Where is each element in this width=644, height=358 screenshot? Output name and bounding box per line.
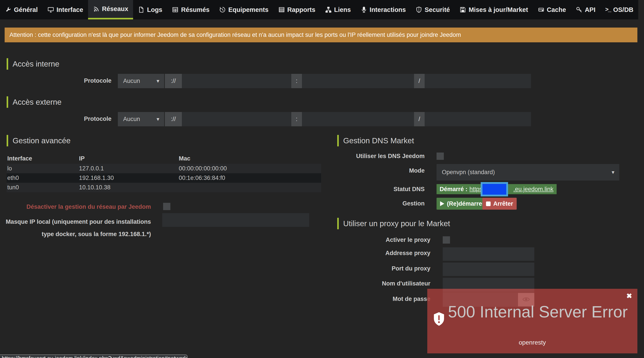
rss-icon: [93, 6, 100, 12]
interne-path-input[interactable]: [425, 74, 531, 88]
close-icon[interactable]: ✖: [626, 292, 632, 300]
drive-icon: [538, 6, 544, 13]
tab-label: Réseaux: [102, 5, 128, 12]
interne-host-input[interactable]: [182, 74, 291, 88]
tab-equipements[interactable]: Equipements: [214, 0, 273, 19]
sitemap-icon: [325, 6, 332, 13]
mode-select[interactable]: Openvpn (standard) ▼: [436, 164, 619, 180]
history-icon: [219, 6, 226, 13]
protocole-externe-select[interactable]: Aucun ▼: [118, 112, 164, 126]
cell-ip: 127.0.0.1: [79, 165, 179, 172]
link-status-tooltip: https://hmsfoucart.eu.jeedom.link/index.…: [0, 355, 188, 358]
wrench-icon: [5, 6, 12, 13]
tab-label: Mises à jour/Market: [468, 6, 528, 13]
disable-network-management-checkbox[interactable]: [163, 203, 170, 210]
disable-network-management-label: Désactiver la gestion du réseau par Jeed…: [0, 203, 151, 210]
tab-general[interactable]: Général: [0, 0, 42, 19]
tab-mises-a-jour-market[interactable]: Mises à jour/Market: [455, 0, 533, 19]
tab-label: Logs: [147, 6, 162, 13]
table-row: tun0 10.10.10.38: [6, 183, 321, 192]
tab-os-db[interactable]: >_ OS/DB: [600, 0, 638, 19]
externe-path-addon: /: [414, 112, 425, 126]
addresse-proxy-label: Addresse proxy: [320, 250, 430, 257]
banner-text: Attention : cette configuration n'est là…: [10, 31, 461, 38]
shield-icon: [416, 6, 422, 13]
status-url: https://hmsfoucart.eu.jeedom.link/index.…: [0, 355, 187, 358]
tab-interface[interactable]: Interface: [42, 0, 88, 19]
save-icon: [460, 6, 466, 13]
tab-resumes[interactable]: Résumés: [167, 0, 214, 19]
network-warning-banner: Attention : cette configuration n'est là…: [5, 27, 638, 42]
restart-dns-label: (Re)démarrer: [447, 200, 484, 207]
restart-dns-button[interactable]: (Re)démarrer: [436, 198, 488, 210]
tab-rapports[interactable]: Rapports: [274, 0, 320, 19]
user-proxy-label: Nom d'utilisateur: [320, 280, 430, 287]
redaction-overlay: [481, 182, 508, 196]
chevron-down-icon: ▼: [611, 170, 615, 175]
externe-port-input[interactable]: [302, 112, 414, 126]
externe-path-input[interactable]: [425, 112, 531, 126]
tab-liens[interactable]: Liens: [320, 0, 356, 19]
tab-label: Rapports: [287, 6, 316, 13]
password-proxy-label: Mot de passe: [320, 295, 430, 303]
activer-proxy-checkbox[interactable]: [443, 236, 450, 244]
tab-securite[interactable]: Securité: [411, 0, 455, 19]
port-proxy-input[interactable]: [443, 263, 534, 276]
microphone-icon: [360, 6, 367, 13]
table-row: lo 127.0.0.1 00:00:00:00:00:00: [6, 164, 321, 173]
stop-dns-label: Arrêter: [493, 200, 513, 207]
col-interface: Interface: [7, 155, 79, 162]
tab-label: Résumés: [181, 6, 210, 13]
dns-status-text: Démarré :: [440, 186, 468, 193]
cell-ip: 192.168.1.30: [79, 175, 179, 181]
addresse-proxy-input[interactable]: [443, 247, 534, 261]
section-gestion-avancee-title: Gestion avancée: [6, 135, 70, 146]
key-icon: [576, 6, 582, 13]
jeedom-network-settings-page: Général Interface Réseaux Logs Résumés E…: [0, 0, 644, 358]
cell-interface: eth0: [7, 175, 79, 181]
protocole-interne-select[interactable]: Aucun ▼: [118, 74, 164, 88]
interne-port-input[interactable]: [302, 74, 414, 88]
stop-icon: [486, 201, 490, 206]
tab-logs[interactable]: Logs: [133, 0, 167, 19]
port-proxy-label: Port du proxy: [320, 265, 430, 272]
externe-host-input[interactable]: [182, 112, 291, 126]
play-icon: [440, 201, 444, 206]
cell-interface: tun0: [7, 184, 79, 191]
gestion-label: Gestion: [314, 200, 425, 207]
tab-cache[interactable]: Cache: [533, 0, 571, 19]
tab-label: Liens: [334, 6, 351, 13]
table-row: eth0 192.168.1.30 00:1e:06:36:84:f0: [6, 173, 321, 183]
cell-interface: lo: [7, 165, 79, 172]
tab-label: Général: [14, 6, 38, 13]
use-dns-jeedom-checkbox[interactable]: [436, 153, 444, 160]
mode-label: Mode: [314, 167, 425, 174]
stop-dns-button[interactable]: Arrêter: [482, 198, 517, 210]
use-dns-jeedom-label: Utiliser les DNS Jeedom: [314, 153, 425, 160]
cell-mac: 00:00:00:00:00:00: [179, 165, 321, 172]
interfaces-table-header: Interface IP Mac: [6, 153, 321, 164]
col-mac: Mac: [179, 155, 321, 162]
table-grid-icon: [172, 6, 178, 13]
masque-ip-label-line2: type docker, sous la forme 192.168.1.*): [0, 228, 151, 240]
dns-url-suffix: .eu.jeedom.link: [513, 186, 554, 192]
tab-label: Cache: [547, 6, 566, 13]
desktop-icon: [48, 6, 54, 13]
tab-label: OS/DB: [613, 6, 634, 13]
section-proxy-title: Utiliser un proxy pour le Market: [337, 218, 450, 229]
interne-path-addon: /: [414, 74, 425, 88]
masque-ip-input[interactable]: [162, 213, 309, 227]
mode-value: Openvpn (standard): [442, 169, 495, 176]
table-list-icon: [278, 6, 285, 13]
statut-dns-label: Statut DNS: [314, 185, 425, 193]
chevron-down-icon: ▼: [156, 117, 160, 122]
tab-reseaux[interactable]: Réseaux: [88, 0, 133, 19]
interfaces-table: Interface IP Mac lo 127.0.0.1 00:00:00:0…: [6, 153, 321, 192]
masque-ip-label: Masque IP local (uniquement pour des ins…: [0, 216, 151, 240]
tab-interactions[interactable]: Interactions: [356, 0, 411, 19]
externe-port-addon: :: [291, 112, 302, 126]
protocole-interne-label: Protocole: [44, 77, 112, 84]
activer-proxy-label: Activer le proxy: [320, 236, 430, 244]
protocole-externe-label: Protocole: [44, 115, 112, 123]
tab-api[interactable]: API: [571, 0, 600, 19]
